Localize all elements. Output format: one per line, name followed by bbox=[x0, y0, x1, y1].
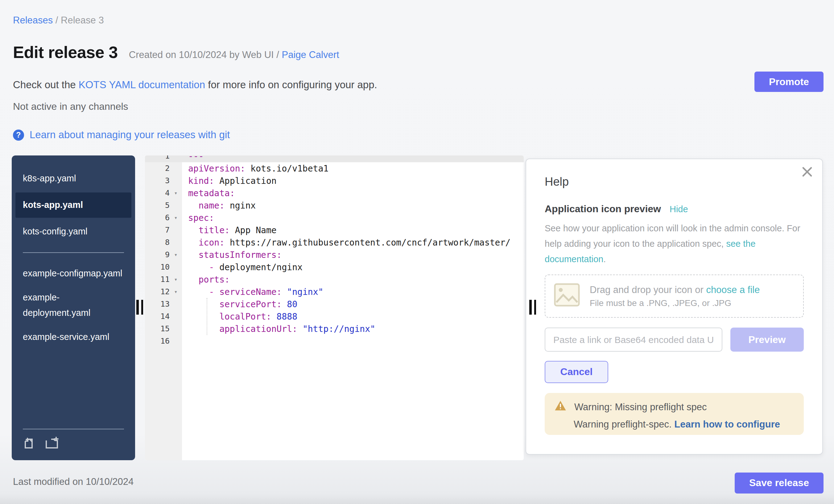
sidebar-resize-handle[interactable] bbox=[136, 300, 143, 314]
line-number: 9 bbox=[145, 248, 170, 261]
code-text: icon: https://raw.githubusercontent.com/… bbox=[182, 236, 524, 248]
save-release-button[interactable]: Save release bbox=[735, 473, 824, 494]
code-text: localPort: 8888 bbox=[182, 310, 524, 323]
file-item[interactable]: k8s-app.yaml bbox=[12, 167, 135, 191]
fold-spacer bbox=[170, 335, 182, 347]
docs-hint-before: Check out the bbox=[13, 79, 79, 90]
add-folder-icon[interactable] bbox=[45, 437, 60, 452]
code-line[interactable]: 9▾ statusInformers: bbox=[145, 248, 524, 261]
code-line[interactable]: 2apiVersion: kots.io/v1beta1 bbox=[145, 162, 524, 175]
help-panel-title: Help bbox=[545, 175, 804, 189]
cancel-button[interactable]: Cancel bbox=[545, 361, 608, 383]
code-text: metadata: bbox=[182, 187, 524, 199]
code-line[interactable]: 13 servicePort: 80 bbox=[145, 298, 524, 310]
fold-arrow-icon[interactable]: ▾ bbox=[170, 187, 182, 199]
fold-arrow-icon[interactable]: ▾ bbox=[170, 212, 182, 224]
fold-spacer bbox=[170, 162, 182, 175]
code-line[interactable]: 6▾spec: bbox=[145, 212, 524, 224]
line-number: 5 bbox=[145, 199, 170, 212]
warning-triangle-icon bbox=[554, 400, 566, 413]
code-text: --- bbox=[182, 155, 524, 162]
icon-preview-description: See how your application icon will look … bbox=[545, 221, 804, 267]
description-text: See how your application icon will look … bbox=[545, 223, 800, 248]
fold-arrow-icon[interactable]: ▾ bbox=[170, 248, 182, 261]
file-item[interactable]: example-deployment.yaml bbox=[12, 286, 135, 325]
fold-spacer bbox=[170, 155, 182, 162]
line-number: 10 bbox=[145, 261, 170, 273]
code-line[interactable]: 14 localPort: 8888 bbox=[145, 310, 524, 323]
file-item[interactable]: kots-app.yaml bbox=[16, 193, 131, 218]
code-text: apiVersion: kots.io/v1beta1 bbox=[182, 162, 524, 175]
code-line[interactable]: 1--- bbox=[145, 155, 524, 162]
warning-body: Warning preflight-spec. Learn how to con… bbox=[574, 419, 794, 430]
add-file-icon[interactable] bbox=[23, 437, 35, 452]
code-text: ports: bbox=[182, 273, 524, 286]
line-number: 15 bbox=[145, 323, 170, 335]
code-line[interactable]: 3kind: Application bbox=[145, 175, 524, 187]
breadcrumb-releases-link[interactable]: Releases bbox=[13, 15, 53, 25]
help-panel-resize-handle[interactable] bbox=[529, 300, 536, 314]
docs-hint: Check out the KOTS YAML documentation fo… bbox=[13, 79, 377, 91]
help-panel: Help Application icon preview Hide See h… bbox=[526, 158, 823, 455]
file-item[interactable]: example-service.yaml bbox=[12, 325, 135, 349]
fold-arrow-icon[interactable]: ▾ bbox=[170, 286, 182, 298]
code-line[interactable]: 11▾ ports: bbox=[145, 273, 524, 286]
code-text: spec: bbox=[182, 212, 524, 224]
code-line[interactable]: 16 bbox=[145, 335, 524, 347]
fold-arrow-icon[interactable]: ▾ bbox=[170, 273, 182, 286]
code-line[interactable]: 4▾metadata: bbox=[145, 187, 524, 199]
created-prefix: Created on 10/10/2024 by Web UI / bbox=[129, 49, 282, 60]
icon-preview-title: Application icon preview bbox=[545, 203, 661, 215]
page-title: Edit release 3 bbox=[13, 43, 118, 62]
sidebar-footer-divider bbox=[23, 429, 124, 429]
fold-spacer bbox=[170, 298, 182, 310]
kots-yaml-docs-link[interactable]: KOTS YAML documentation bbox=[79, 79, 205, 90]
question-mark-icon: ? bbox=[13, 129, 24, 140]
icon-url-input[interactable] bbox=[545, 328, 722, 352]
code-line[interactable]: 7 title: App Name bbox=[145, 224, 524, 236]
code-line[interactable]: 10 - deployment/nginx bbox=[145, 261, 524, 273]
title-row: Edit release 3 Created on 10/10/2024 by … bbox=[13, 43, 339, 62]
docs-hint-after: for more info on configuring your app. bbox=[205, 79, 377, 90]
dropzone-filetypes: File must be a .PNG, .JPEG, or .JPG bbox=[590, 298, 760, 308]
created-info: Created on 10/10/2024 by Web UI / Paige … bbox=[129, 49, 339, 61]
file-sidebar: k8s-app.yamlkots-app.yamlkots-config.yam… bbox=[12, 155, 135, 460]
line-number: 16 bbox=[145, 335, 170, 347]
preflight-warning: Warning: Missing preflight spec Warning … bbox=[545, 393, 804, 435]
close-icon[interactable] bbox=[802, 167, 812, 179]
line-number: 4 bbox=[145, 187, 170, 199]
file-group-2: example-configmap.yamlexample-deployment… bbox=[12, 262, 135, 349]
choose-file-link[interactable]: choose a file bbox=[706, 284, 760, 295]
icon-dropzone[interactable]: Drag and drop your icon or choose a file… bbox=[545, 275, 804, 318]
git-help-line: ? Learn about managing your releases wit… bbox=[13, 129, 230, 141]
warning-title: Warning: Missing preflight spec bbox=[574, 401, 707, 412]
code-text: - deployment/nginx bbox=[182, 261, 524, 273]
code-line[interactable]: 12▾ - serviceName: "nginx" bbox=[145, 286, 524, 298]
author-link[interactable]: Paige Calvert bbox=[282, 49, 339, 60]
dropzone-text-before: Drag and drop your icon or bbox=[590, 284, 706, 295]
file-group-divider bbox=[23, 252, 124, 253]
code-text: applicationUrl: "http://nginx" bbox=[182, 323, 524, 335]
image-placeholder-icon bbox=[554, 283, 580, 309]
code-line[interactable]: 15 applicationUrl: "http://nginx" bbox=[145, 323, 524, 335]
fold-spacer bbox=[170, 236, 182, 248]
line-number: 13 bbox=[145, 298, 170, 310]
warning-body-text: Warning preflight-spec. bbox=[574, 419, 674, 429]
dropzone-text: Drag and drop your icon or choose a file bbox=[590, 284, 760, 295]
yaml-editor[interactable]: 1---2apiVersion: kots.io/v1beta13kind: A… bbox=[145, 155, 524, 460]
code-line[interactable]: 8 icon: https://raw.githubusercontent.co… bbox=[145, 236, 524, 248]
file-item[interactable]: kots-config.yaml bbox=[12, 220, 135, 244]
hide-link[interactable]: Hide bbox=[670, 204, 688, 214]
promote-button[interactable]: Promote bbox=[754, 71, 824, 92]
code-text: statusInformers: bbox=[182, 248, 524, 261]
preview-button[interactable]: Preview bbox=[730, 328, 804, 352]
file-item[interactable]: example-configmap.yaml bbox=[12, 262, 135, 286]
fold-spacer bbox=[170, 175, 182, 187]
code-text: title: App Name bbox=[182, 224, 524, 236]
warning-configure-link[interactable]: Learn how to configure bbox=[674, 419, 780, 429]
git-releases-link[interactable]: Learn about managing your releases with … bbox=[29, 129, 230, 141]
code-text bbox=[182, 335, 524, 347]
line-number: 11 bbox=[145, 273, 170, 286]
code-line[interactable]: 5 name: nginx bbox=[145, 199, 524, 212]
fold-spacer bbox=[170, 199, 182, 212]
